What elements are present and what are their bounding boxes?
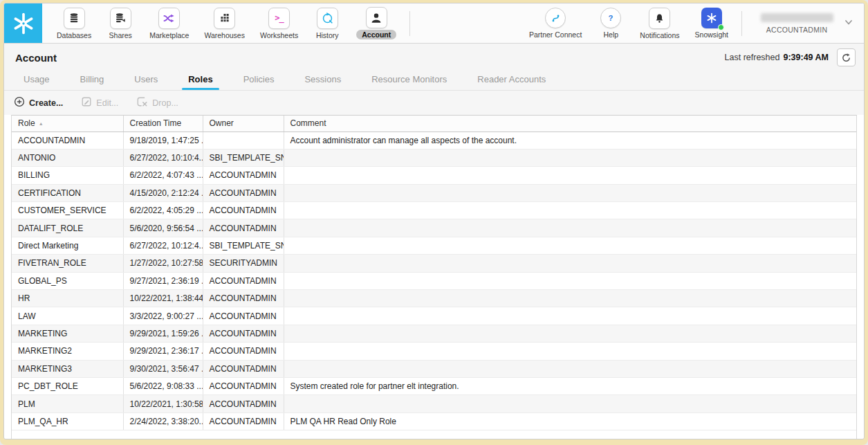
cell-role: Direct Marketing [12,237,123,254]
tab-reader-accounts[interactable]: Reader Accounts [477,74,546,90]
snowflake-logo-icon [12,12,35,35]
cell-owner: ACCOUNTADMIN [203,290,284,307]
toolbar-item-notifications[interactable]: Notifications [632,8,687,39]
user-divider [741,11,742,36]
action-label: Edit... [96,98,118,108]
nav-item-history[interactable]: History [306,8,349,39]
nav-item-warehouses[interactable]: Warehouses [196,8,252,39]
create-icon [14,96,25,110]
cell-role: PLM [12,395,123,412]
tab-roles[interactable]: Roles [188,74,212,90]
sort-ascending-icon: ▲ [39,121,44,126]
cell-owner: ACCOUNTADMIN [203,360,284,377]
cell-creation-time: 9/29/2021, 2:36:17 ... [123,343,203,360]
column-header-creation-time[interactable]: Creation Time [123,116,203,131]
table-row[interactable]: PC_DBT_ROLE5/6/2022, 9:08:33 ...ACCOUNTA… [12,377,856,394]
table-row[interactable]: Direct Marketing6/27/2022, 10:12:4...SBI… [12,237,856,254]
cell-owner: ACCOUNTADMIN [203,343,284,360]
tab-users[interactable]: Users [134,74,158,90]
cell-owner: ACCOUNTADMIN [203,272,284,289]
partner-connect-icon [545,8,566,28]
cell-owner: ACCOUNTADMIN [203,219,284,237]
table-row[interactable]: BILLING6/2/2022, 4:07:43 ...ACCOUNTADMIN [12,167,856,184]
table-row[interactable]: DATALIFT_ROLE5/6/2020, 9:56:54 ...ACCOUN… [12,219,856,237]
cell-creation-time: 9/18/2019, 1:47:25 ... [123,131,203,149]
cell-owner: SBI_TEMPLATE_SN... [203,149,284,166]
cell-owner [203,131,284,149]
cell-role: HR [12,290,123,307]
cell-role: PLM_QA_HR [12,412,123,430]
cell-owner: ACCOUNTADMIN [203,184,284,201]
table-row[interactable]: MARKETING9/29/2021, 1:59:26 ...ACCOUNTAD… [12,325,856,342]
tab-resource-monitors[interactable]: Resource Monitors [371,74,447,90]
table-row[interactable]: MARKETING39/30/2021, 3:56:47 ...ACCOUNTA… [12,360,856,377]
toolbar-item-snowsight[interactable]: Snowsight [687,8,736,39]
table-row[interactable]: LAW3/3/2022, 9:00:27 ...ACCOUNTADMIN [12,307,856,325]
primary-nav: DatabasesSharesMarketplaceWarehouses>_Wo… [42,3,404,43]
screenshot-frame: DatabasesSharesMarketplaceWarehouses>_Wo… [0,0,868,445]
nav-item-label: Shares [109,31,132,39]
cell-comment [284,343,856,360]
tab-usage[interactable]: Usage [24,74,50,90]
notifications-icon [649,8,670,29]
cell-comment: Account administrator can manage all asp… [284,131,856,149]
snowflake-logo[interactable] [4,3,42,43]
cell-comment [284,395,856,412]
tab-sessions[interactable]: Sessions [304,74,341,90]
nav-item-shares[interactable]: Shares [99,8,142,39]
toolbar-item-label: Partner Connect [529,30,582,39]
nav-item-worksheets[interactable]: >_Worksheets [252,8,306,39]
cell-comment [284,149,856,166]
table-row[interactable]: GLOBAL_PS9/27/2021, 2:36:19 ...ACCOUNTAD… [12,272,856,289]
cell-owner: ACCOUNTADMIN [203,377,284,394]
tab-policies[interactable]: Policies [243,74,275,90]
edit-icon [81,96,92,110]
table-row[interactable]: ANTONIO6/27/2022, 10:10:4...SBI_TEMPLATE… [12,149,856,166]
column-header-role[interactable]: Role▲ [12,116,123,131]
cell-comment [284,290,856,307]
toolbar-right-group: Partner Connect?HelpNotificationsSnowsig… [521,3,864,43]
toolbar-item-label: Help [604,30,619,39]
cell-comment [284,325,856,342]
toolbar-item-help[interactable]: ?Help [589,8,632,39]
nav-item-label: Worksheets [260,31,298,39]
table-row[interactable]: CUSTOMER_SERVICE6/2/2022, 4:05:29 ...ACC… [12,202,856,219]
cell-owner: ACCOUNTADMIN [203,167,284,184]
tab-billing[interactable]: Billing [80,74,104,90]
cell-comment [284,202,856,219]
cell-owner: ACCOUNTADMIN [203,395,284,412]
table-row[interactable]: PLM10/22/2021, 1:30:58...ACCOUNTADMIN [12,395,856,412]
column-header-comment[interactable]: Comment [284,116,856,131]
table-row[interactable]: ACCOUNTADMIN9/18/2019, 1:47:25 ...Accoun… [12,131,856,149]
table-row[interactable]: MARKETING29/29/2021, 2:36:17 ...ACCOUNTA… [12,343,856,360]
cell-creation-time: 2/24/2022, 3:38:20... [123,412,203,430]
cell-creation-time: 1/27/2022, 10:27:58... [123,255,203,272]
cell-creation-time: 6/27/2022, 10:12:4... [123,237,203,254]
nav-item-marketplace[interactable]: Marketplace [142,8,196,39]
nav-item-label: Warehouses [204,31,245,39]
nav-item-account[interactable]: Account [349,7,404,39]
column-header-label: Creation Time [130,118,182,128]
cell-creation-time: 9/30/2021, 3:56:47 ... [123,360,203,377]
column-header-owner[interactable]: Owner [203,116,284,131]
table-row[interactable]: HR10/22/2021, 1:38:44...ACCOUNTADMIN [12,290,856,307]
cell-owner: ACCOUNTADMIN [203,202,284,219]
refresh-button[interactable] [837,48,856,66]
cell-role: MARKETING2 [12,343,123,360]
cell-creation-time: 9/27/2021, 2:36:19 ... [123,272,203,289]
cell-role: MARKETING [12,325,123,342]
cell-creation-time: 4/15/2020, 2:12:24 ... [123,184,203,201]
shares-icon [110,8,131,29]
top-toolbar: DatabasesSharesMarketplaceWarehouses>_Wo… [4,3,864,44]
account-icon [366,7,387,28]
table-row[interactable]: FIVETRAN_ROLE1/27/2022, 10:27:58...SECUR… [12,255,856,272]
roles-table: Role▲Creation TimeOwnerComment ACCOUNTAD… [12,116,856,430]
user-menu[interactable]: ACCOUNTADMIN [752,13,842,34]
cell-role: CERTIFICATION [12,184,123,201]
toolbar-item-partner-connect[interactable]: Partner Connect [521,8,589,39]
table-row[interactable]: PLM_QA_HR2/24/2022, 3:38:20...ACCOUNTADM… [12,412,856,430]
nav-item-databases[interactable]: Databases [49,8,99,39]
chevron-down-icon[interactable] [843,17,854,30]
table-row[interactable]: CERTIFICATION4/15/2020, 2:12:24 ...ACCOU… [12,184,856,201]
create-button[interactable]: Create... [14,96,63,110]
